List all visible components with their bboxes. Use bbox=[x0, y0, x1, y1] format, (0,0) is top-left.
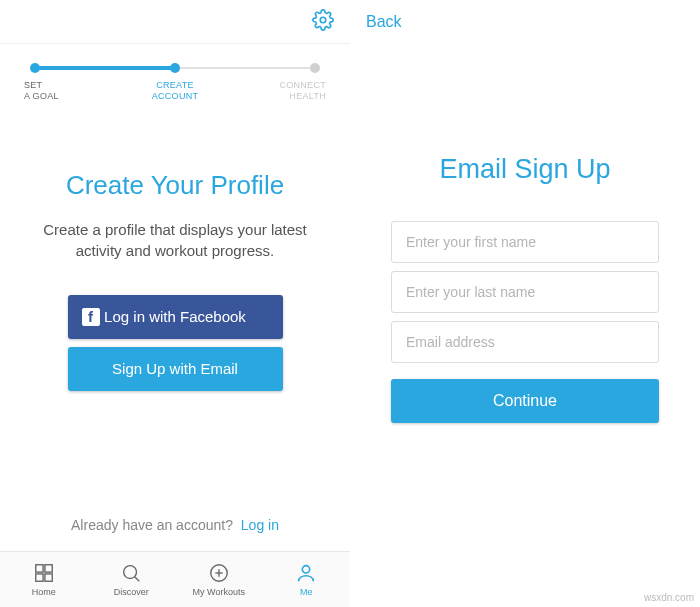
watermark: wsxdn.com bbox=[644, 592, 694, 603]
svg-rect-1 bbox=[36, 565, 43, 572]
svg-line-6 bbox=[135, 577, 140, 582]
plus-circle-icon bbox=[208, 562, 230, 584]
tab-bar: Home Discover My Workouts Me bbox=[0, 551, 350, 607]
back-link[interactable]: Back bbox=[366, 13, 402, 31]
email-signup-button[interactable]: Sign Up with Email bbox=[68, 347, 283, 391]
login-link[interactable]: Log in bbox=[241, 517, 279, 533]
first-name-field[interactable] bbox=[391, 221, 659, 263]
already-account-text: Already have an account? bbox=[71, 517, 233, 533]
progress-stepper: SET A GOAL CREATE ACCOUNT CONNECT HEALTH bbox=[0, 44, 350, 110]
step-dot-3 bbox=[310, 63, 320, 73]
step-label-1: SET A GOAL bbox=[24, 80, 84, 102]
tab-home-label: Home bbox=[32, 587, 56, 597]
tab-discover[interactable]: Discover bbox=[88, 552, 176, 607]
grid-icon bbox=[33, 562, 55, 584]
tab-home[interactable]: Home bbox=[0, 552, 88, 607]
signup-title: Email Sign Up bbox=[439, 154, 610, 185]
gear-icon[interactable] bbox=[312, 9, 334, 35]
page-subtitle: Create a profile that displays your late… bbox=[30, 219, 320, 261]
email-field[interactable] bbox=[391, 321, 659, 363]
left-topbar bbox=[0, 0, 350, 44]
svg-point-5 bbox=[124, 566, 137, 579]
email-button-label: Sign Up with Email bbox=[112, 360, 238, 377]
svg-point-10 bbox=[303, 566, 310, 573]
search-icon bbox=[120, 562, 142, 584]
step-label-3: CONNECT HEALTH bbox=[266, 80, 326, 102]
page-title: Create Your Profile bbox=[66, 170, 284, 201]
svg-point-0 bbox=[320, 17, 326, 23]
continue-button[interactable]: Continue bbox=[391, 379, 659, 423]
last-name-field[interactable] bbox=[391, 271, 659, 313]
tab-workouts[interactable]: My Workouts bbox=[175, 552, 263, 607]
tab-workouts-label: My Workouts bbox=[193, 587, 245, 597]
svg-rect-2 bbox=[45, 565, 52, 572]
right-topbar: Back bbox=[350, 0, 700, 44]
left-pane: SET A GOAL CREATE ACCOUNT CONNECT HEALTH… bbox=[0, 0, 350, 607]
facebook-button-label: Log in with Facebook bbox=[104, 308, 246, 325]
tab-me-label: Me bbox=[300, 587, 313, 597]
user-icon bbox=[295, 562, 317, 584]
step-dot-2 bbox=[170, 63, 180, 73]
step-label-2: CREATE ACCOUNT bbox=[145, 80, 205, 102]
step-dot-1 bbox=[30, 63, 40, 73]
right-pane: Back Email Sign Up Continue wsxdn.com bbox=[350, 0, 700, 607]
tab-discover-label: Discover bbox=[114, 587, 149, 597]
svg-rect-4 bbox=[45, 574, 52, 581]
facebook-login-button[interactable]: f Log in with Facebook bbox=[68, 295, 283, 339]
svg-rect-3 bbox=[36, 574, 43, 581]
tab-me[interactable]: Me bbox=[263, 552, 351, 607]
facebook-icon: f bbox=[82, 308, 100, 326]
already-account-row: Already have an account? Log in bbox=[0, 517, 350, 533]
